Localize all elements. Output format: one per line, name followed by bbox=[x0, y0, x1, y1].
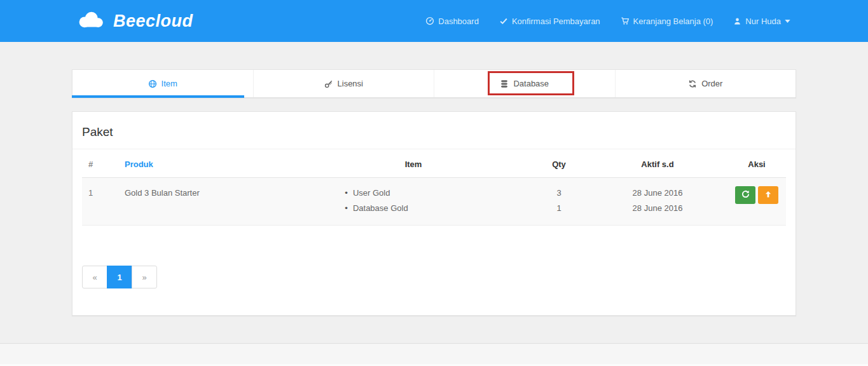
qty-value: 3 bbox=[530, 186, 588, 201]
brand-logo[interactable]: Beecloud bbox=[76, 0, 193, 42]
pagination-page-1-button[interactable]: 1 bbox=[107, 266, 132, 288]
brand-name: Beecloud bbox=[113, 11, 193, 31]
navbar-menu: Dashboard Konfirmasi Pembayaran Keran bbox=[425, 0, 790, 42]
page: Beecloud Dashboard Ko bbox=[0, 0, 868, 366]
refresh-icon bbox=[741, 189, 750, 201]
pagination-prev-button[interactable]: « bbox=[82, 266, 107, 288]
pagination-next-button[interactable]: » bbox=[132, 266, 157, 288]
dashboard-icon bbox=[425, 17, 434, 25]
nav-item-user-menu[interactable]: Nur Huda bbox=[733, 17, 790, 26]
sync-icon bbox=[688, 79, 697, 88]
nav-label: Konfirmasi Pembayaran bbox=[512, 17, 600, 26]
item-line: Database Gold bbox=[345, 201, 408, 216]
item-line: User Gold bbox=[345, 186, 408, 201]
table-header-row: # Produk Item Qty Aktif s.d Aksi bbox=[82, 149, 786, 178]
database-icon bbox=[500, 79, 509, 88]
tab-label: Lisensi bbox=[338, 79, 363, 88]
aktif-date: 28 June 2016 bbox=[588, 201, 727, 216]
qty-value: 1 bbox=[530, 201, 588, 216]
cart-icon bbox=[621, 17, 630, 25]
col-header-produk[interactable]: Produk bbox=[125, 149, 296, 178]
top-navbar: Beecloud Dashboard Ko bbox=[0, 0, 868, 42]
tab-label: Order bbox=[701, 79, 722, 88]
col-header-item: Item bbox=[296, 149, 530, 178]
caret-down-icon bbox=[785, 20, 790, 23]
aktif-date: 28 June 2016 bbox=[588, 186, 727, 201]
globe-icon bbox=[148, 79, 157, 88]
paket-table: # Produk Item Qty Aktif s.d Aksi 1 Gold … bbox=[82, 149, 786, 226]
nav-item-keranjang-belanja[interactable]: Keranjang Belanja (0) bbox=[621, 17, 713, 26]
tab-database[interactable]: Database bbox=[434, 70, 616, 97]
tab-order[interactable]: Order bbox=[616, 70, 796, 97]
cloud-icon bbox=[76, 10, 106, 32]
pagination: « 1 » bbox=[82, 266, 157, 288]
check-icon bbox=[499, 17, 508, 25]
tab-label: Database bbox=[513, 79, 549, 88]
refresh-button[interactable] bbox=[735, 186, 755, 204]
tab-item[interactable]: Item bbox=[72, 70, 254, 97]
col-header-qty: Qty bbox=[530, 149, 588, 178]
panel-title: Paket bbox=[72, 112, 796, 149]
upgrade-button[interactable] bbox=[758, 186, 778, 204]
col-header-aktif: Aktif s.d bbox=[588, 149, 727, 178]
row-number: 1 bbox=[82, 178, 125, 226]
nav-item-dashboard[interactable]: Dashboard bbox=[425, 17, 479, 26]
col-header-aksi: Aksi bbox=[727, 149, 786, 178]
tab-lisensi[interactable]: Lisensi bbox=[254, 70, 435, 97]
nav-label: Keranjang Belanja (0) bbox=[633, 17, 713, 26]
tab-label: Item bbox=[162, 79, 177, 88]
tabs-bar: Item Lisensi Database bbox=[72, 69, 796, 98]
row-produk: Gold 3 Bulan Starter bbox=[125, 178, 296, 226]
key-icon bbox=[324, 79, 333, 88]
table-row: 1 Gold 3 Bulan Starter User Gold Databas… bbox=[82, 178, 786, 226]
nav-item-konfirmasi-pembayaran[interactable]: Konfirmasi Pembayaran bbox=[499, 17, 600, 26]
row-qty: 3 1 bbox=[530, 178, 588, 226]
nav-label: Dashboard bbox=[438, 17, 479, 26]
paket-panel: Paket # Produk Item Qty Aktif s.d Aksi 1… bbox=[72, 111, 796, 316]
row-aktif: 28 June 2016 28 June 2016 bbox=[588, 178, 727, 226]
row-actions bbox=[727, 178, 786, 226]
row-items: User Gold Database Gold bbox=[296, 178, 530, 226]
arrow-up-icon bbox=[764, 190, 773, 201]
nav-label: Nur Huda bbox=[745, 17, 781, 26]
user-icon bbox=[733, 17, 741, 25]
col-header-num: # bbox=[82, 149, 125, 178]
footer-strip bbox=[0, 343, 868, 366]
